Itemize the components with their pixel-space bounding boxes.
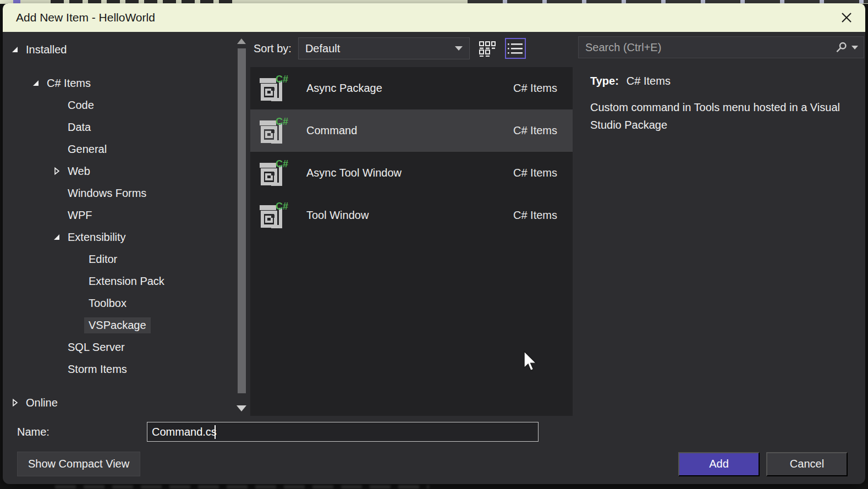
text-caret	[215, 425, 216, 439]
template-category: C# Items	[513, 209, 557, 222]
type-label: Type:	[590, 75, 619, 87]
search-input[interactable]	[585, 41, 835, 54]
name-row: Name:	[17, 421, 848, 442]
tree-item-label: Windows Forms	[68, 187, 146, 200]
grid-view-button[interactable]	[477, 38, 498, 59]
template-item-tool-window[interactable]: C# Tool Window C# Items	[250, 194, 573, 237]
csharp-package-icon: C#	[258, 116, 289, 146]
template-name: Command	[306, 124, 513, 137]
template-item-async-tool-window[interactable]: C# Async Tool Window C# Items	[250, 152, 573, 194]
tree-item-label: Toolbox	[89, 297, 127, 310]
search-icon[interactable]	[835, 41, 848, 54]
tree-item-extensibility[interactable]: Extensibility	[3, 226, 235, 248]
expander-slot	[73, 299, 84, 307]
details-panel: Type:C# Items Custom command in Tools me…	[578, 36, 865, 416]
grid-view-icon	[479, 41, 496, 57]
search-options-chevron-icon[interactable]	[851, 46, 858, 50]
tree-item-data[interactable]: Data	[3, 116, 235, 138]
triangle-expanded-icon	[31, 79, 40, 87]
expander-expanded-icon	[10, 45, 21, 54]
tree-item-storm-items[interactable]: Storm Items	[3, 358, 235, 380]
sort-by-label: Sort by:	[254, 42, 292, 55]
tree-item-web[interactable]: Web	[3, 160, 235, 182]
tree-item-sql-server[interactable]: SQL Server	[3, 336, 235, 358]
expander-slot	[73, 277, 84, 285]
list-toolbar: Sort by: Default	[250, 36, 573, 61]
template-name: Async Tool Window	[306, 167, 513, 179]
tree-scrollbar[interactable]	[235, 36, 248, 416]
tree-item-label: SQL Server	[68, 341, 125, 354]
template-category: C# Items	[513, 82, 557, 95]
template-name: Tool Window	[306, 209, 513, 222]
tree-item-label: General	[68, 143, 107, 156]
template-category: C# Items	[513, 124, 557, 137]
tree-item-label: Installed	[26, 43, 67, 56]
svg-text:C#: C#	[276, 158, 288, 169]
tree-item-general[interactable]: General	[3, 138, 235, 160]
svg-text:C#: C#	[276, 116, 288, 127]
template-name: Async Package	[306, 82, 513, 95]
tree-item-installed[interactable]: Installed	[3, 39, 235, 61]
close-icon	[840, 12, 853, 24]
triangle-collapsed-icon	[52, 167, 61, 175]
expander-slot	[52, 145, 63, 153]
expander-expanded-icon	[52, 233, 63, 241]
show-compact-view-button[interactable]: Show Compact View	[17, 452, 140, 476]
tree-item-label: Web	[68, 165, 90, 178]
scroll-up-icon[interactable]	[237, 39, 246, 44]
background-window-bottom-fragment	[0, 483, 868, 489]
tree-item-label: Data	[68, 121, 91, 134]
triangle-expanded-icon	[10, 45, 19, 54]
expander-collapsed-icon	[52, 167, 63, 175]
template-item-async-package[interactable]: C# Async Package C# Items	[250, 67, 573, 109]
tree-item-label: C# Items	[47, 77, 91, 90]
search-box[interactable]	[578, 36, 864, 58]
tree-item-c-items[interactable]: C# Items	[3, 72, 235, 94]
tree-item-code[interactable]: Code	[3, 94, 235, 116]
list-view-icon	[508, 42, 523, 55]
tree-item-vspackage[interactable]: VSPackage	[3, 314, 235, 336]
name-input[interactable]	[147, 422, 538, 441]
expander-slot	[73, 255, 84, 263]
sort-by-value: Default	[305, 42, 455, 55]
tree-item-label: Extensibility	[68, 231, 126, 244]
tree-item-online[interactable]: Online	[3, 392, 235, 414]
tree-item-extension-pack[interactable]: Extension Pack	[3, 270, 235, 292]
background-text-fragment	[55, 485, 429, 488]
tree-item-label: WPF	[68, 209, 92, 222]
csharp-package-icon: C#	[258, 200, 289, 231]
name-label: Name:	[17, 426, 147, 438]
add-new-item-dialog: Add New Item - HelloWorld Installed C# I…	[3, 3, 865, 484]
scroll-down-icon[interactable]	[237, 405, 246, 411]
list-view-button[interactable]	[505, 38, 526, 59]
expander-expanded-icon	[31, 79, 42, 87]
template-item-command[interactable]: C# Command C# Items	[250, 109, 573, 152]
dialog-title: Add New Item - HelloWorld	[16, 11, 836, 24]
item-details: Type:C# Items Custom command in Tools me…	[578, 58, 864, 134]
tree-item-editor[interactable]: Editor	[3, 248, 235, 270]
tree-item-windows-forms[interactable]: Windows Forms	[3, 182, 235, 204]
add-button[interactable]: Add	[678, 452, 760, 476]
tree-item-toolbox[interactable]: Toolbox	[3, 292, 235, 314]
cancel-button[interactable]: Cancel	[766, 452, 848, 476]
expander-slot	[52, 211, 63, 219]
sort-by-dropdown[interactable]: Default	[298, 37, 470, 59]
tree-item-label: Editor	[89, 253, 117, 266]
expander-slot	[52, 365, 63, 373]
expander-slot	[52, 101, 63, 109]
close-button[interactable]	[836, 7, 858, 29]
dialog-footer: Name: Show Compact View Add Cancel	[3, 416, 865, 484]
svg-text:C#: C#	[276, 74, 288, 85]
mouse-cursor-icon	[523, 351, 539, 373]
csharp-package-icon: C#	[258, 158, 289, 189]
expander-slot	[52, 343, 63, 351]
csharp-package-icon: C#	[258, 73, 289, 104]
category-tree: Installed C# Items Code Data General Web…	[3, 36, 235, 416]
expander-slot	[52, 189, 63, 197]
footer-buttons: Show Compact View Add Cancel	[17, 452, 848, 476]
tree-item-label: Storm Items	[68, 363, 127, 376]
tree-item-wpf[interactable]: WPF	[3, 204, 235, 226]
expander-slot	[52, 123, 63, 131]
scrollbar-thumb[interactable]	[238, 48, 246, 393]
type-value: C# Items	[627, 75, 671, 87]
